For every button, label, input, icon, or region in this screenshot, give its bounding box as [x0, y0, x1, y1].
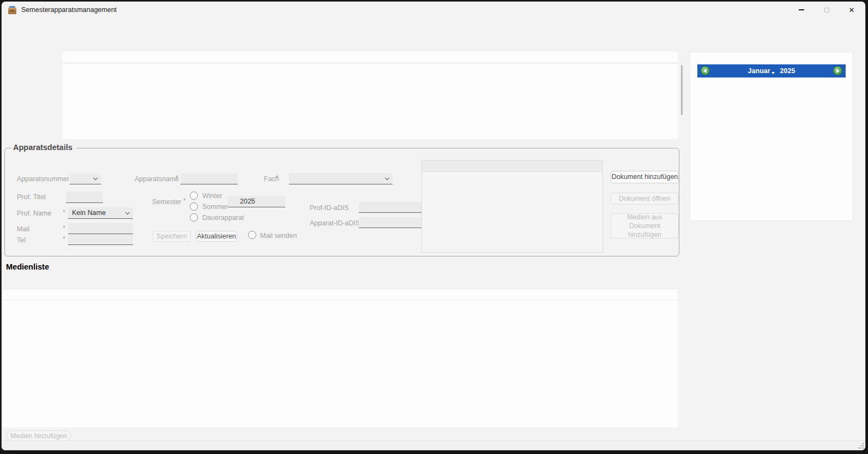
apparatsname-input[interactable] — [180, 174, 238, 184]
maximize-icon — [824, 8, 829, 13]
minimize-icon — [799, 9, 804, 10]
app-icon — [8, 5, 17, 15]
medien-hinzufuegen-button[interactable]: Medien hinzufügen — [7, 431, 71, 441]
semester-year-input[interactable]: 2025 — [228, 196, 285, 207]
medienliste-title: Medienliste — [6, 262, 49, 271]
prof-id-adis-input[interactable] — [359, 202, 422, 213]
tel-required-marker: * — [63, 235, 65, 243]
medienliste-header — [3, 289, 678, 301]
dokument-oeffnen-button[interactable]: Dokument öffnen — [611, 193, 679, 205]
medienliste-table — [3, 289, 678, 427]
status-bar — [2, 440, 865, 450]
desktop-background: Semesterapparatsmanagement ✕ Januar 2025 — [0, 0, 868, 454]
groupbox-title: Apparatsdetails — [11, 143, 76, 152]
title-bar: Semesterapparatsmanagement ✕ — [2, 2, 865, 18]
semester-required-marker: * — [183, 197, 186, 205]
app-window: Semesterapparatsmanagement ✕ Januar 2025 — [1, 1, 866, 451]
chevron-down-icon — [93, 176, 98, 180]
apps-table-scrollbar[interactable] — [681, 65, 683, 115]
calendar-month: Januar — [748, 67, 770, 75]
mail-senden-checkbox[interactable] — [248, 231, 256, 239]
calendar: Januar 2025 — [697, 64, 846, 95]
calendar-month-year[interactable]: Januar 2025 — [748, 67, 795, 75]
mail-senden-label: Mail senden — [260, 232, 297, 240]
tel-label: Tel — [17, 236, 26, 244]
chevron-down-icon — [125, 210, 130, 214]
aktualisieren-button[interactable]: Aktualisieren — [196, 231, 237, 242]
calendar-header: Januar 2025 — [697, 64, 846, 77]
minimize-button[interactable] — [789, 2, 814, 18]
mail-input[interactable] — [68, 223, 133, 234]
mail-label: Mail — [17, 225, 29, 233]
calendar-next-button[interactable] — [833, 66, 842, 75]
chevron-down-icon — [385, 175, 389, 180]
dokument-hinzufuegen-button[interactable]: Dokument hinzufügen — [611, 171, 679, 183]
maximize-button[interactable] — [814, 2, 839, 18]
apparatsnummer-label: Apparatsnummer — [17, 175, 69, 183]
tel-input[interactable] — [68, 234, 133, 245]
prof-name-select[interactable]: Kein Name — [68, 207, 133, 219]
apparat-id-adis-label: Apparat-ID-aDIS — [310, 219, 360, 227]
sommer-radio-label: Sommer — [202, 203, 228, 211]
speichern-button[interactable]: Speichern — [153, 231, 191, 242]
dauerapparat-radio-label: Dauerapparat — [202, 214, 244, 222]
prof-id-adis-label: Prof-ID-aDIS — [310, 204, 349, 212]
prof-titel-input[interactable] — [66, 192, 103, 203]
apparat-id-adis-input[interactable] — [359, 217, 422, 228]
apparatsname-label: Apparatsname — [135, 175, 179, 183]
close-icon: ✕ — [849, 7, 855, 14]
chevron-down-icon — [771, 72, 775, 74]
medien-aus-dokument-button[interactable]: Medien aus Dokument hinzufügen — [611, 213, 679, 238]
winter-radio[interactable] — [190, 192, 198, 200]
winter-radio-label: Winter — [202, 192, 222, 200]
close-button[interactable]: ✕ — [839, 2, 864, 18]
window-title: Semesterapparatsmanagement — [21, 6, 117, 14]
calendar-year: 2025 — [780, 67, 795, 75]
fach-select[interactable] — [289, 173, 393, 184]
dauerapparat-radio[interactable] — [190, 213, 198, 222]
calendar-weekday-row — [697, 79, 846, 95]
documents-table-header — [422, 160, 602, 172]
calendar-prev-button[interactable] — [701, 66, 710, 75]
apps-table-header — [63, 51, 678, 63]
arrow-left-icon — [703, 69, 707, 73]
apparatsnummer-select[interactable] — [70, 174, 101, 184]
semester-label: Semester — [152, 198, 182, 206]
documents-table — [421, 160, 603, 253]
apps-table — [63, 51, 678, 139]
apparatsname-required-marker: * — [176, 174, 178, 182]
prof-name-required-marker: * — [63, 208, 65, 216]
window-controls: ✕ — [789, 2, 864, 18]
fach-required-marker: * — [276, 174, 279, 182]
prof-name-label: Prof. Name — [17, 210, 51, 217]
arrow-right-icon — [836, 69, 840, 73]
prof-titel-label: Prof. Titel — [17, 193, 46, 201]
mail-required-marker: * — [63, 224, 65, 232]
medienliste-body — [3, 301, 678, 427]
resize-grip-icon[interactable] — [857, 442, 864, 449]
sommer-radio[interactable] — [190, 202, 198, 211]
